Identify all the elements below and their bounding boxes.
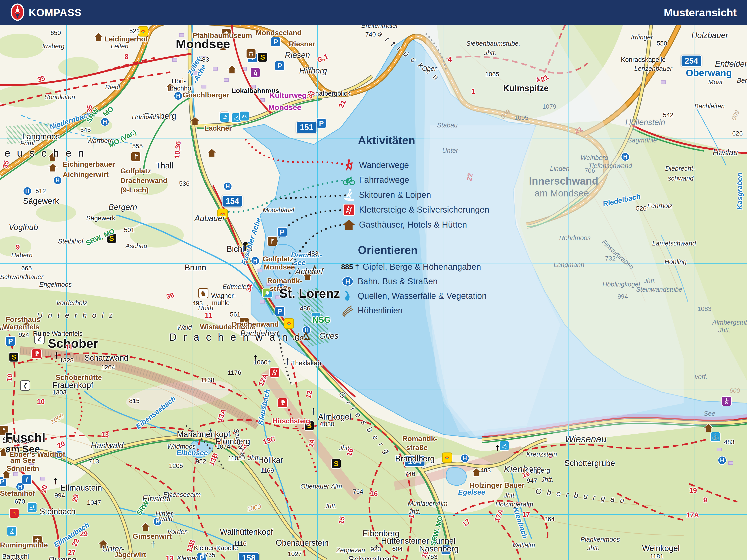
castle-icon: ⌂: [9, 508, 19, 518]
map-label: Jhtt.: [248, 455, 260, 461]
hut-icon: [227, 65, 237, 74]
map-label: Drachenwand: [169, 332, 307, 342]
map-label: 753: [427, 554, 437, 560]
map-label: Gimsenwirt: [133, 533, 172, 540]
map-label: Höllkar: [258, 456, 283, 464]
map-label: Mondseeland: [256, 29, 302, 36]
climbing-icon: [31, 349, 42, 359]
boat-landing-icon: ⚓: [710, 432, 721, 442]
map-canvas[interactable]: Aktivitäten Orientieren WanderwegeFahrra…: [0, 0, 747, 560]
lake-egelsee: [446, 468, 466, 485]
map-label: Weinkogel: [642, 544, 679, 552]
map-label: Roith: [198, 305, 213, 311]
map-label: Jhtt.: [325, 503, 337, 509]
bus-stop-icon: H: [341, 275, 354, 288]
map-label: Hilfberg: [299, 67, 327, 75]
map-label: 1303: [52, 389, 66, 396]
postbus-icon: [284, 318, 294, 329]
map-label: 10: [6, 373, 14, 382]
hut-icon: [471, 468, 482, 477]
map-label: 1169: [260, 468, 274, 474]
swimming-icon: [499, 441, 510, 451]
map-label: Mühlauer Alm: [408, 500, 447, 507]
map-label: Wiesenau: [565, 434, 607, 444]
map-label: 878: [11, 558, 21, 560]
map-label: 561: [230, 311, 240, 318]
map-label: Egelsee: [458, 488, 485, 496]
map-label: Leiten: [111, 43, 128, 50]
map-label: 626: [732, 130, 743, 137]
map-label: Irrsberg: [42, 43, 65, 50]
church-cross-icon: †: [495, 443, 500, 453]
summer-toll-icon: S: [258, 52, 268, 62]
map-label: 36: [165, 291, 175, 300]
map-label: Golfplatz: [120, 167, 151, 175]
legend-item-label: Wanderwege: [359, 160, 409, 170]
map-label: Riesen: [285, 51, 310, 59]
rowing-icon: [220, 112, 230, 122]
climbing-icon: [278, 398, 288, 408]
map-label: 1083: [697, 306, 711, 312]
map-label: 604: [392, 546, 403, 552]
legend-item-label: Höhenlinien: [358, 306, 403, 315]
brand[interactable]: KOMPASS: [10, 3, 82, 22]
hiking-trail-icon: [721, 396, 732, 406]
map-label: straße: [406, 444, 428, 451]
map-label: (9-Loch): [120, 186, 149, 193]
map-label: Haslwald: [91, 442, 124, 450]
map-label: schwand: [668, 175, 693, 182]
map-label: Plomberg: [215, 437, 250, 446]
map-label: 952: [196, 458, 206, 464]
map-label: Holzinger Bauer: [469, 482, 524, 489]
map-label: Almkogel: [318, 413, 351, 421]
road-shield: 154: [222, 195, 243, 207]
bird-protection-icon: ζ: [20, 380, 30, 391]
legend-item: Quellen, Wasserfälle & Vegetation: [341, 289, 487, 302]
map-label: 512: [35, 188, 46, 194]
map-label: Langmann: [553, 262, 584, 268]
kompass-logo-icon: [10, 3, 25, 22]
hut-icon: [207, 148, 217, 158]
brand-name: KOMPASS: [29, 6, 82, 19]
map-label: Lametschwand: [652, 240, 696, 247]
map-label: 35: [1, 160, 10, 169]
church-cross-icon: †: [151, 540, 155, 550]
map-label: 924: [19, 332, 29, 338]
church-cross-icon: †: [54, 351, 59, 361]
map-label: Schober: [48, 337, 98, 350]
map-label: Hirschsteig: [272, 418, 310, 425]
road-shield: 158: [238, 552, 259, 560]
legend-item-label: Bahn, Bus & Straßen: [358, 277, 438, 286]
map-label: Aichingerwirt: [63, 171, 108, 178]
map-label: Jhtt.: [504, 492, 516, 499]
map-label: euschen: [4, 148, 91, 158]
map-label: Konradskapelle: [621, 56, 666, 63]
bus-stop-icon: H: [718, 456, 727, 465]
map-label: Valtlalm: [512, 542, 535, 549]
map-label: Sagmühle: [627, 137, 657, 143]
ski-school-icon: [7, 526, 17, 536]
sailing-icon: [239, 111, 250, 121]
map-label: mühle: [212, 300, 230, 306]
map-label: Eibensee: [176, 449, 208, 456]
map-label: 522: [129, 28, 140, 34]
map-label: Thall: [156, 162, 173, 170]
map-label: Gries: [319, 332, 338, 340]
map-label: Nasenberg: [419, 545, 459, 553]
hut-icon: [703, 423, 713, 432]
map-label: 1027: [288, 551, 302, 557]
bus-stop-icon: H: [53, 176, 62, 185]
map-label: Zeppezau: [336, 547, 365, 554]
map-label: Theklakap.: [291, 360, 323, 367]
ski-icon: [342, 188, 356, 202]
map-label: 1264: [101, 364, 115, 371]
map-label: Wald: [177, 324, 192, 331]
map-label: 864: [544, 516, 555, 523]
map-label: Almbergstube: [712, 319, 747, 326]
map-label: 483: [724, 439, 735, 445]
map-label: 10: [37, 398, 45, 405]
map-label: 526: [636, 206, 647, 212]
map-label: Kleiner: [177, 555, 197, 560]
map-label: Wartenfels: [3, 323, 39, 330]
map-label: Steinbach: [40, 508, 76, 516]
